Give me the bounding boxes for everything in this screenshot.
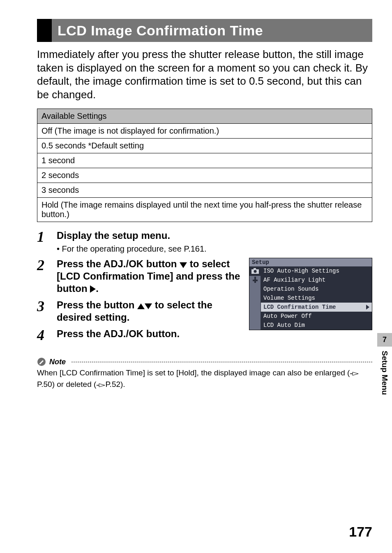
header-accent-block xyxy=(37,19,52,42)
lcd-item-highlighted: LCD Confirmation Time xyxy=(261,303,372,312)
step-text: . xyxy=(96,283,99,294)
lcd-item: Volume Settings xyxy=(261,294,372,303)
lcd-iconcol-blank xyxy=(249,321,261,330)
pointing-hand-icon xyxy=(350,369,359,379)
step-number: 3 xyxy=(37,299,57,314)
pencil-icon xyxy=(37,357,46,366)
step-text: Press the ADJ./OK button xyxy=(57,258,180,269)
step-bullet: For the operating procedure, see P.161. xyxy=(57,244,372,254)
chevron-right-icon xyxy=(366,305,369,310)
chapter-label: Setup Menu xyxy=(380,347,389,395)
note-dash-rule xyxy=(71,362,372,362)
lcd-item-label: LCD Confirmation Time xyxy=(263,304,336,310)
step-number: 1 xyxy=(37,229,57,244)
step-4: 4 Press the ADJ./OK button. xyxy=(37,328,242,342)
chapter-index: 7 xyxy=(377,333,392,347)
lcd-item: Auto Power Off xyxy=(261,312,372,321)
step-text: Press the button xyxy=(57,299,137,310)
chapter-side-tab: 7 Setup Menu xyxy=(377,333,392,395)
lcd-iconcol-blank xyxy=(249,294,261,303)
settings-row: Hold (The image remains displayed until … xyxy=(37,198,372,222)
note-text: When [LCD Confirmation Time] is set to [… xyxy=(37,368,372,391)
section-header: LCD Image Confirmation Time xyxy=(37,19,372,42)
setup-tab-icon xyxy=(249,275,261,285)
step-1: 1 Display the setup menu. For the operat… xyxy=(37,229,372,254)
note-ref: P.52 xyxy=(105,380,120,389)
step-title: Press the button to select the desired s… xyxy=(57,299,242,324)
settings-row: 1 second xyxy=(37,153,372,168)
step-2: 2 Press the ADJ./OK button to select [LC… xyxy=(37,258,242,295)
step-number: 2 xyxy=(37,258,57,273)
note-text-part: ). xyxy=(120,380,125,389)
pointing-hand-icon xyxy=(96,381,105,391)
svg-point-2 xyxy=(254,270,256,273)
up-arrow-icon xyxy=(137,303,145,309)
step-number: 4 xyxy=(37,328,57,342)
settings-header: Available Settings xyxy=(37,109,372,124)
settings-row: 2 seconds xyxy=(37,168,372,183)
lcd-item: Operation Sounds xyxy=(261,285,372,294)
svg-rect-5 xyxy=(254,277,256,278)
settings-row: 0.5 seconds *Default setting xyxy=(37,139,372,153)
note-text-part: When [LCD Confirmation Time] is set to [… xyxy=(37,368,350,377)
settings-row: 3 seconds xyxy=(37,183,372,198)
available-settings-table: Available Settings Off (The image is not… xyxy=(37,109,372,222)
step-title: Press the ADJ./OK button to select [LCD … xyxy=(57,258,242,295)
note-block: Note When [LCD Confirmation Time] is set… xyxy=(37,357,372,391)
lcd-iconcol-blank xyxy=(249,285,261,294)
lcd-iconcol-blank xyxy=(249,303,261,312)
note-label: Note xyxy=(49,358,66,366)
steps-list: 1 Display the setup menu. For the operat… xyxy=(37,229,372,347)
step-3: 3 Press the button to select the desired… xyxy=(37,299,242,324)
lcd-item: LCD Auto Dim xyxy=(261,321,372,330)
section-title: LCD Image Confirmation Time xyxy=(52,19,263,42)
right-arrow-icon xyxy=(90,285,96,293)
lcd-preview: Setup ISO Auto-High Settings AF Auxiliar… xyxy=(249,258,372,330)
step-title: Press the ADJ./OK button. xyxy=(57,328,242,340)
step-title: Display the setup menu. xyxy=(57,229,372,242)
note-text-part: ) or deleted ( xyxy=(52,380,97,389)
note-ref: P.50 xyxy=(37,380,52,389)
lcd-titlebar: Setup xyxy=(249,258,372,266)
lcd-item: AF Auxiliary Light xyxy=(261,275,372,285)
svg-rect-4 xyxy=(254,278,256,283)
camera-tab-icon xyxy=(249,266,261,275)
svg-marker-6 xyxy=(366,305,369,310)
intro-paragraph: Immediately after you press the shutter … xyxy=(37,48,372,101)
lcd-item: ISO Auto-High Settings xyxy=(261,266,372,275)
down-arrow-icon xyxy=(145,303,152,309)
svg-rect-1 xyxy=(254,268,256,270)
page-number: 177 xyxy=(349,524,372,540)
lcd-iconcol-blank xyxy=(249,312,261,321)
settings-row: Off (The image is not displayed for conf… xyxy=(37,124,372,139)
down-arrow-icon xyxy=(180,262,187,268)
